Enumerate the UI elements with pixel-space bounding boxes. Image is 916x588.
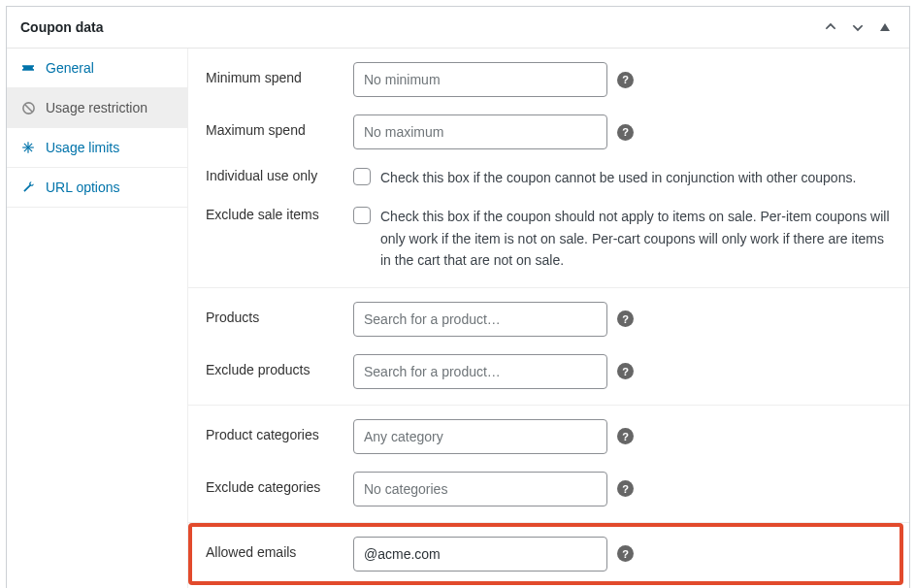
field-products: Products ? — [206, 302, 892, 337]
coupon-data-panel: Coupon data General — [6, 6, 910, 588]
maximum-spend-input[interactable] — [353, 114, 607, 149]
field-maximum-spend: Maximum spend ? — [206, 114, 892, 149]
panel-header: Coupon data — [7, 7, 909, 49]
field-exclude-categories: Exclude categories ? — [206, 472, 892, 506]
panel-title: Coupon data — [20, 19, 104, 35]
help-icon[interactable]: ? — [617, 545, 634, 562]
help-icon[interactable]: ? — [617, 480, 634, 497]
minimum-spend-input[interactable] — [353, 62, 607, 97]
sidebar: General Usage restriction Usage limits U… — [7, 49, 188, 588]
move-down-icon[interactable] — [847, 16, 868, 38]
help-icon[interactable]: ? — [617, 72, 634, 88]
field-exclude-sale: Exclude sale items Check this box if the… — [206, 206, 892, 271]
sidebar-item-general[interactable]: General — [7, 49, 187, 88]
field-label: Exclude products — [206, 354, 353, 377]
field-label: Individual use only — [206, 167, 353, 183]
product-categories-input[interactable] — [353, 419, 607, 454]
exclude-sale-checkbox[interactable] — [353, 207, 371, 224]
move-up-icon[interactable] — [820, 16, 841, 38]
sidebar-item-label: Usage limits — [46, 140, 119, 155]
help-icon[interactable]: ? — [617, 428, 634, 444]
ticket-icon — [20, 60, 36, 76]
field-allowed-emails: Allowed emails ? — [206, 537, 886, 572]
sidebar-item-label: General — [46, 60, 94, 76]
field-label: Product categories — [206, 419, 353, 442]
sidebar-item-label: URL options — [46, 180, 120, 195]
help-icon[interactable]: ? — [617, 363, 634, 379]
field-label: Exclude sale items — [206, 206, 353, 222]
checkbox-description: Check this box if the coupon should not … — [380, 206, 892, 271]
field-label: Products — [206, 302, 353, 325]
checkbox-description: Check this box if the coupon cannot be u… — [380, 167, 856, 188]
field-minimum-spend: Minimum spend ? — [206, 62, 892, 97]
sidebar-item-url-options[interactable]: URL options — [7, 168, 187, 208]
collapse-icon[interactable] — [874, 16, 896, 38]
allowed-emails-input[interactable] — [353, 537, 607, 572]
field-individual-use: Individual use only Check this box if th… — [206, 167, 892, 188]
sidebar-item-label: Usage restriction — [46, 100, 147, 115]
section-spend: Minimum spend ? Maximum spend ? Individu… — [188, 49, 909, 288]
wrench-icon — [20, 180, 36, 195]
field-label: Exclude categories — [206, 472, 353, 495]
panel-header-actions — [820, 16, 896, 38]
field-label: Allowed emails — [206, 537, 353, 560]
expand-icon — [20, 140, 36, 155]
block-icon — [20, 100, 36, 115]
sidebar-item-usage-restriction[interactable]: Usage restriction — [7, 88, 187, 128]
products-input[interactable] — [353, 302, 607, 337]
content-area: Minimum spend ? Maximum spend ? Individu… — [188, 49, 909, 588]
allowed-emails-highlight: Allowed emails ? — [188, 523, 903, 585]
help-icon[interactable]: ? — [617, 124, 634, 141]
section-categories: Product categories ? Exclude categories … — [188, 406, 909, 523]
panel-body: General Usage restriction Usage limits U… — [7, 49, 909, 588]
help-icon[interactable]: ? — [617, 310, 634, 327]
section-products: Products ? Exclude products ? — [188, 288, 909, 406]
sidebar-item-usage-limits[interactable]: Usage limits — [7, 128, 187, 168]
exclude-products-input[interactable] — [353, 354, 607, 389]
field-product-categories: Product categories ? — [206, 419, 892, 454]
individual-use-checkbox[interactable] — [353, 168, 371, 185]
field-exclude-products: Exclude products ? — [206, 354, 892, 389]
field-label: Minimum spend — [206, 62, 353, 85]
svg-line-2 — [24, 104, 32, 112]
exclude-categories-input[interactable] — [353, 472, 607, 506]
field-label: Maximum spend — [206, 114, 353, 138]
svg-marker-0 — [880, 23, 890, 31]
